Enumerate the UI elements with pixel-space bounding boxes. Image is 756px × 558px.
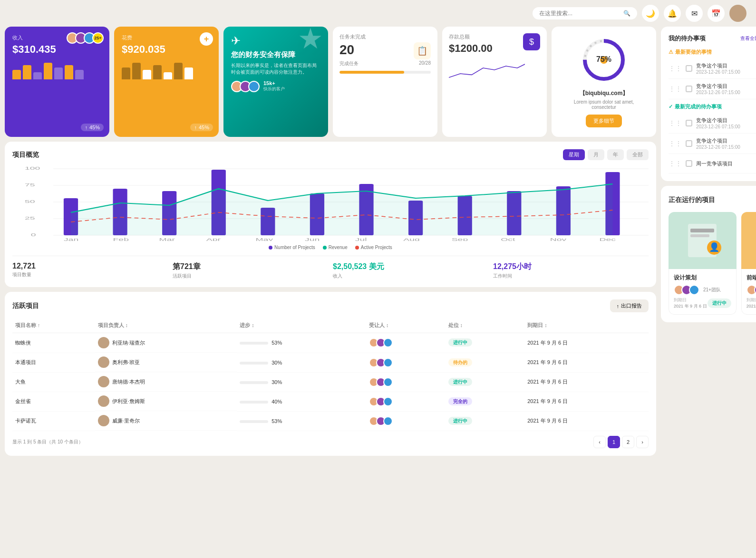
row-0-due: 2021 年 9 月 6 日 (524, 333, 649, 353)
col-due[interactable]: 到期日 ↕ (524, 318, 649, 333)
row-3-status: 完全的 (446, 392, 525, 411)
search-box[interactable]: 🔍 (533, 7, 637, 19)
avatar-count: 25+ (92, 32, 104, 44)
todo-content-3: 竞争这个项目 2023-12-26 07:15:00 (696, 117, 756, 129)
tab-all[interactable]: 全部 (627, 149, 649, 160)
svg-text:Feb: Feb (113, 237, 128, 241)
export-button[interactable]: ↑ 出口报告 (610, 299, 649, 312)
view-all-link[interactable]: 查看全部 (740, 35, 756, 42)
stat-active-label: 活跃项目 (173, 273, 328, 279)
top-cards-row: 收入 $310.435 25+ ↑ (5, 27, 656, 137)
svg-text:Aug: Aug (403, 237, 420, 241)
ap-header: 活跃项目 ↑ 出口报告 (12, 299, 649, 312)
todo-date-1: 2023-12-26 07:15:00 (696, 69, 756, 75)
row-1-progress: 30% (237, 353, 366, 372)
row-2-manager: 唐纳德·本杰明 (95, 372, 237, 392)
todo-checkbox-5[interactable] (686, 160, 692, 167)
svg-rect-42 (690, 234, 709, 237)
col-status[interactable]: 处位 ↕ (446, 318, 525, 333)
project-overview: 项目概览 星期 月 年 全部 100 75 50 25 0 (5, 142, 656, 287)
col-assignee[interactable]: 受让人 ↕ (366, 318, 446, 333)
user-avatar[interactable] (729, 5, 746, 22)
todo-success-label: ✓ 最新完成的待办事项 (669, 103, 756, 110)
promo-card: ★ ✈ 您的财务安全有保障 长期以来的事实是，读者在查看页面布局时会被页面的可读… (223, 27, 328, 137)
table-row: 卡萨诺瓦威廉·里奇尔 53%进行中2021 年 9 月 6 日 (12, 411, 649, 431)
promo-count: 15k+ (263, 80, 285, 86)
revenue-card: 收入 $310.435 25+ ↑ (5, 27, 109, 137)
calendar-icon[interactable]: 📅 (708, 5, 725, 22)
savings-card: $ 存款总额 $1200.00 (442, 27, 547, 137)
col-progress[interactable]: 进步 ↕ (237, 318, 366, 333)
todo-item-4: ⋮⋮ 竞争这个项目 2023-12-26 07:15:00 🗑 ✏ (669, 134, 756, 154)
svg-text:Nov: Nov (550, 237, 567, 241)
drag-handle-2: ⋮⋮ (669, 85, 682, 93)
col-manager[interactable]: 项目负责人 ↕ (95, 318, 237, 333)
todo-checkbox-1[interactable] (686, 65, 692, 72)
svg-text:Jul: Jul (355, 237, 367, 241)
project-2-team (746, 285, 756, 295)
page-2-btn[interactable]: 2 (622, 436, 634, 448)
row-3-progress: 40% (237, 392, 366, 411)
active-projects-section: 活跃项目 ↑ 出口报告 项目名称 ↑ 项目负责人 ↕ 进步 ↕ 受让人 ↕ 处位… (5, 292, 656, 456)
tab-group: 星期 月 年 全部 (563, 149, 649, 160)
search-input[interactable] (539, 10, 620, 17)
svg-text:Jun: Jun (305, 237, 320, 241)
todo-checkbox-4[interactable] (686, 140, 692, 147)
project-2-footer: 21+团队 (746, 285, 756, 295)
todo-content-2: 竞争这个项目 2023-12-26 07:15:00 (696, 83, 756, 95)
stat-revenue-label: 收入 (333, 273, 488, 279)
todo-checkbox-2[interactable] (686, 86, 692, 92)
table-row: 蜘蛛侠利亚纳·瑞查尔 53%进行中2021 年 9 月 6 日 (12, 333, 649, 353)
notification-icon[interactable]: 🔔 (664, 5, 681, 22)
tab-month[interactable]: 月 (588, 149, 604, 160)
page-1-btn[interactable]: 1 (608, 436, 620, 448)
pagination: 显示 1 到 5 条目（共 10 个条目） ‹ 1 2 › (12, 436, 649, 448)
pagination-info: 显示 1 到 5 条目（共 10 个条目） (12, 439, 83, 445)
todo-item-5: ⋮⋮ 周一竞争该项目 🗑 ✏ (669, 154, 756, 173)
tab-week[interactable]: 星期 (563, 149, 585, 160)
mail-icon[interactable]: ✉ (686, 5, 703, 22)
svg-text:75: 75 (25, 183, 35, 187)
svg-text:75%: 75% (596, 55, 611, 63)
dark-mode-icon[interactable]: 🌙 (642, 5, 659, 22)
row-0-name: 蜘蛛侠 (12, 333, 95, 353)
chart-legend: Number of Projects Revenue Active Projec… (12, 245, 649, 250)
svg-text:May: May (255, 237, 273, 241)
tab-year[interactable]: 年 (607, 149, 624, 160)
project-card-2: 前端设计 21+团队 (741, 212, 756, 315)
page-buttons: ‹ 1 2 › (593, 436, 649, 448)
topbar: 🔍 🌙 🔔 ✉ 📅 (0, 0, 756, 27)
promo-count-label: 快乐的客户 (263, 86, 285, 92)
todo-item-3: ⋮⋮ 竞争这个项目 2023-12-26 07:15:00 🗑 ✏ (669, 113, 756, 134)
detail-button[interactable]: 更多细节 (586, 115, 622, 127)
overview-header: 项目概览 星期 月 年 全部 (12, 149, 649, 160)
row-2-status: 进行中 (446, 372, 525, 392)
todo-header: 我的待办事项 查看全部 + 添加待办事项 (669, 34, 756, 43)
ap-title: 活跃项目 (12, 302, 39, 310)
todo-title: 我的待办事项 (669, 34, 706, 43)
stat-projects-value: 12,721 (12, 262, 168, 270)
drag-handle-4: ⋮⋮ (669, 140, 682, 147)
row-3-name: 金丝雀 (12, 392, 95, 411)
svg-text:25: 25 (25, 216, 35, 221)
todo-checkbox-3[interactable] (686, 120, 692, 126)
next-page-btn[interactable]: › (636, 436, 649, 448)
up-icon: ↑ (194, 125, 197, 130)
add-button[interactable]: + (200, 32, 213, 46)
todo-content-4: 竞争这个项目 2023-12-26 07:15:00 (696, 137, 756, 150)
expenses-label: 花费 (122, 34, 211, 41)
tasks-progress-bar (339, 71, 431, 74)
circle-domain: 【biqubiqu.com】 (580, 89, 629, 97)
project-1-due: 2021 年 9 月 6 日 (674, 303, 707, 309)
tasks-complete: 完成任务 20/28 (339, 60, 431, 67)
todo-warning-label: ⚠ 最新要做的事情 (669, 48, 756, 56)
revenue-percent: ↑ 45% (81, 124, 104, 131)
svg-rect-41 (690, 229, 714, 232)
row-3-assignee (366, 392, 446, 411)
table-row: 大鱼唐纳德·本杰明 30%进行中2021 年 9 月 6 日 (12, 372, 649, 392)
row-3-manager: 伊利亚·詹姆斯 (95, 392, 237, 411)
drag-handle-5: ⋮⋮ (669, 160, 682, 167)
prev-page-btn[interactable]: ‹ (593, 436, 606, 448)
col-name[interactable]: 项目名称 ↑ (12, 318, 95, 333)
star-deco: ★ (298, 27, 323, 55)
